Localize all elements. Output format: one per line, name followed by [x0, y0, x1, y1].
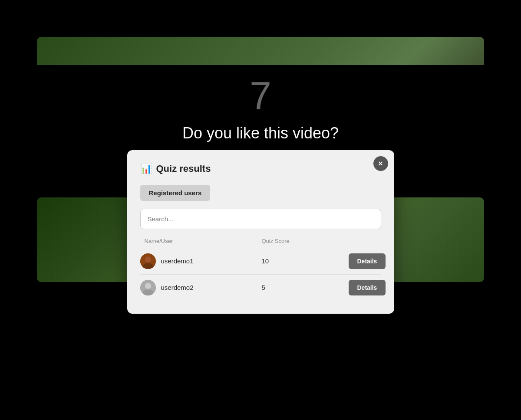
col-header-action — [349, 238, 381, 244]
avatar-generic-user2 — [140, 280, 156, 295]
avatar-user1 — [140, 253, 156, 269]
modal-title: Quiz results — [156, 163, 211, 174]
user-info-1: userdemo1 — [140, 253, 262, 269]
table-header: Name/User Quiz Score — [140, 236, 381, 248]
user-action-2: Details — [349, 280, 386, 295]
table-row: userdemo2 5 Details — [140, 274, 381, 301]
avatar-photo-user1 — [140, 253, 156, 269]
user-action-1: Details — [349, 253, 386, 269]
quiz-results-modal: × 📊 Quiz results Registered users Name/U… — [127, 150, 394, 314]
details-button-2[interactable]: Details — [349, 280, 386, 295]
svg-point-4 — [145, 283, 151, 289]
registered-users-tab[interactable]: Registered users — [140, 185, 211, 201]
col-header-score: Quiz Score — [262, 238, 349, 244]
col-header-name: Name/User — [140, 238, 262, 244]
bar-chart-icon: 📊 — [140, 163, 152, 174]
user-score-2: 5 — [262, 284, 349, 291]
svg-point-1 — [145, 256, 151, 262]
user-score-1: 10 — [262, 257, 349, 265]
user-info-2: userdemo2 — [140, 280, 262, 295]
avatar-user2 — [140, 280, 156, 295]
close-button[interactable]: × — [373, 156, 388, 171]
modal-overlay: × 📊 Quiz results Registered users Name/U… — [0, 0, 521, 420]
search-input[interactable] — [140, 209, 381, 229]
modal-header: 📊 Quiz results — [140, 163, 381, 174]
table-row: userdemo1 10 Details — [140, 248, 381, 274]
details-button-1[interactable]: Details — [349, 253, 386, 269]
username-2: userdemo2 — [161, 284, 194, 291]
username-1: userdemo1 — [161, 257, 194, 265]
